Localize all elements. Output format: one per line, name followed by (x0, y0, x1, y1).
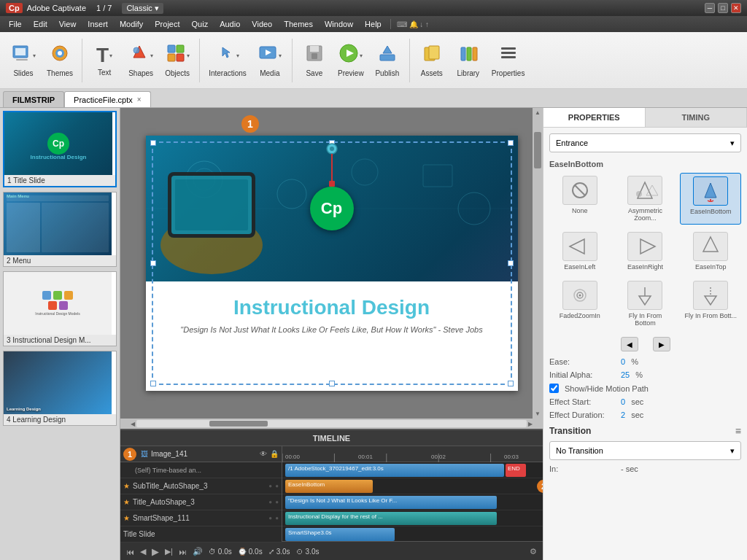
toolbar-interactions[interactable]: ▾ Interactions (204, 40, 251, 80)
objects-arrow[interactable]: ▾ (187, 52, 190, 59)
effect-duration-value[interactable]: 2 (621, 411, 625, 419)
anim-asymmetric-zoom[interactable]: Asymmetric Zoom... (615, 173, 676, 225)
minimize-button[interactable]: ─ (705, 3, 715, 13)
settings-btn[interactable]: ⚙ (530, 547, 537, 556)
scroll-track[interactable] (533, 117, 542, 409)
scroll-down[interactable]: ▼ (535, 411, 541, 417)
menu-project[interactable]: Project (149, 18, 185, 30)
tab-properties[interactable]: PROPERTIES (543, 108, 646, 127)
slide-3-label: 3 Instructional Design M... (4, 335, 116, 346)
track-image-141: /1 AdobeStock_370219467_edit:3.0s END (282, 462, 543, 478)
anim-next-btn[interactable]: ▶ (653, 337, 670, 351)
menu-window[interactable]: Window (319, 18, 359, 30)
maximize-button[interactable]: □ (718, 3, 728, 13)
anim-none[interactable]: None (549, 173, 611, 225)
slide-thumb-1[interactable]: Cp Instructional Design 1 Title Slide (3, 111, 117, 187)
menu-modify[interactable]: Modify (114, 18, 149, 30)
forward-btn[interactable]: ⏭ (179, 548, 187, 556)
tab-filmstrip[interactable]: FILMSTRIP (3, 91, 64, 107)
slide-thumb-4[interactable]: Learning Design 4 Learning Design (3, 351, 117, 426)
text-arrow[interactable]: ▾ (109, 52, 112, 59)
handle-bm[interactable] (329, 381, 335, 386)
tab-timing[interactable]: TIMING (646, 108, 748, 127)
toolbar-shapes[interactable]: ▾ Shapes (123, 40, 158, 80)
next-btn[interactable]: ▶| (165, 547, 173, 556)
entrance-dropdown[interactable]: Entrance ▾ (549, 133, 741, 152)
scroll-thumb-h[interactable] (209, 421, 268, 427)
toolbar-assets[interactable]: Assets (414, 40, 449, 80)
toolbar-media[interactable]: ▾ Media (252, 40, 287, 80)
menu-quiz[interactable]: Quiz (186, 18, 214, 30)
effect-start-value[interactable]: 0 (621, 397, 625, 406)
tab-file[interactable]: PracticeFile.cptx × (64, 91, 151, 107)
initial-alpha-value[interactable]: 25 (621, 370, 630, 379)
tab-close-button[interactable]: × (137, 96, 142, 104)
anim-ease-in-right[interactable]: EaseInRight (615, 229, 676, 273)
toolbar-themes[interactable]: Themes (42, 40, 77, 80)
play-btn[interactable]: ▶ (152, 546, 159, 557)
preview-arrow[interactable]: ▾ (360, 52, 363, 59)
ease-value[interactable]: 0 (621, 357, 625, 366)
anim-ease-in-bottom[interactable]: EaseInBottom (680, 173, 741, 225)
toolbar-preview[interactable]: ▾ Preview (333, 40, 368, 80)
transition-options-btn[interactable]: ≡ (735, 425, 741, 437)
menu-insert[interactable]: Insert (82, 18, 114, 30)
scroll-track-h[interactable] (136, 420, 527, 427)
toolbar-save[interactable]: Save (297, 40, 332, 80)
anim-fly-bottom2[interactable]: Fly In From Bott... (680, 278, 741, 330)
slide-thumb-3[interactable]: Instructional Design Models 3 Instructio… (3, 271, 117, 346)
toolbar-library[interactable]: Library (451, 40, 486, 80)
media-arrow[interactable]: ▾ (279, 52, 282, 59)
motion-path (325, 143, 339, 203)
clip-title[interactable]: Instructional Display for the rest of ..… (285, 512, 497, 525)
toolbar-objects[interactable]: ▾ Objects (160, 40, 195, 80)
close-button[interactable]: ✕ (731, 3, 741, 13)
transition-select[interactable]: No Transition ▾ (549, 441, 741, 460)
initial-alpha-unit: % (635, 370, 643, 379)
motion-path-checkbox[interactable] (549, 384, 559, 393)
anim-ease-top-icon (693, 232, 728, 261)
handle-bl[interactable] (150, 381, 156, 386)
menu-edit[interactable]: Edit (28, 18, 53, 30)
scroll-up[interactable]: ▲ (535, 109, 541, 116)
lock-icon-1[interactable]: 🔒 (270, 450, 279, 458)
slides-arrow[interactable]: ▾ (33, 52, 36, 59)
layer-image-141[interactable]: Image_141 (151, 450, 187, 458)
anim-ease-in-top[interactable]: EaseInTop (680, 229, 741, 273)
window-controls[interactable]: ─ □ ✕ (705, 3, 741, 13)
audio-btn[interactable]: 🔊 (193, 547, 203, 556)
toolbar-slides[interactable]: ▾ Slides (6, 40, 41, 80)
canvas-scrollbar-v[interactable]: ▲ ▼ (533, 108, 543, 419)
menu-view[interactable]: View (53, 18, 82, 30)
anim-faded-zoom[interactable]: FadedZoomIn (549, 278, 611, 330)
anim-ease-in-left[interactable]: EaseInLeft (549, 229, 611, 273)
menu-video[interactable]: Video (246, 18, 278, 30)
prev-btn[interactable]: ◀ (140, 547, 146, 556)
eye-icon-1[interactable]: 👁 (260, 450, 267, 458)
anim-prev-btn[interactable]: ◀ (621, 337, 638, 351)
menu-file[interactable]: File (3, 18, 28, 30)
scroll-thumb[interactable] (534, 132, 541, 168)
toolbar-properties[interactable]: Properties (487, 40, 530, 80)
slide-thumb-2[interactable]: Main Menu 2 Menu (3, 192, 117, 267)
timeline-tracks[interactable]: 00:00 00:01 00:02 00:03 00:04 (282, 446, 543, 541)
clip-subtitle[interactable]: "Design Is Not J What It Looks Like Or F… (285, 496, 497, 509)
shapes-arrow[interactable]: ▾ (150, 52, 153, 59)
svg-rect-22 (429, 46, 439, 59)
menu-audio[interactable]: Audio (214, 18, 246, 30)
scroll-right[interactable]: ▶ (528, 421, 533, 427)
interactions-arrow[interactable]: ▾ (236, 52, 239, 59)
toolbar-publish[interactable]: Publish (370, 40, 405, 80)
menu-themes[interactable]: Themes (278, 18, 319, 30)
canvas-scrollbar-h[interactable]: ◀ ▶ (120, 419, 543, 429)
clip-smartshape[interactable]: SmartShape3.0s (285, 528, 395, 541)
menu-help[interactable]: Help (359, 18, 387, 30)
anim-fly-bottom[interactable]: Fly In From Bottom (615, 278, 676, 330)
toolbar-text[interactable]: T ▾ Text (87, 41, 122, 79)
handle-br[interactable] (508, 381, 514, 386)
scroll-left[interactable]: ◀ (131, 421, 135, 427)
clip-adobe-stock[interactable]: /1 AdobeStock_370219467_edit:3.0s (285, 464, 504, 477)
slide-canvas[interactable]: Cp Instructional Design "Design Is (146, 136, 518, 391)
clip-ease-in-bottom[interactable]: EaseInBottom (285, 480, 373, 493)
rewind-btn[interactable]: ⏮ (126, 548, 134, 556)
